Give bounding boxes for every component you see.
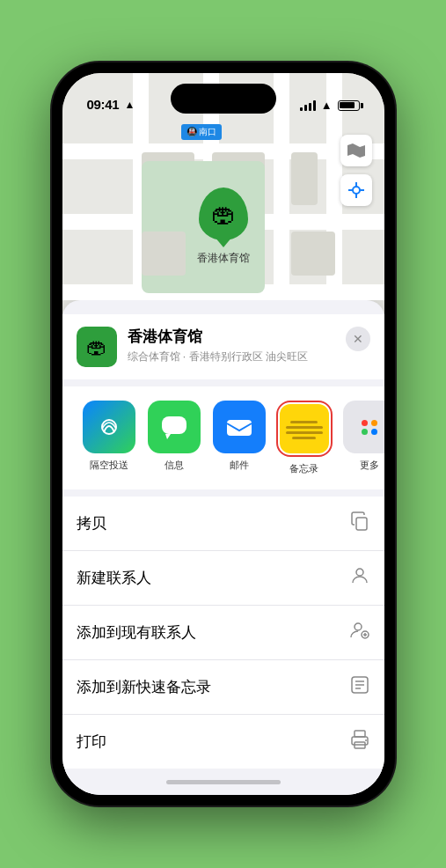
more-label: 更多 [360, 459, 379, 472]
venue-thumbnail: 🏟 [77, 327, 117, 367]
phone-screen: 09:41 ▲ ▲ [62, 73, 384, 795]
wifi-icon: ▲ [321, 99, 333, 112]
svg-rect-6 [162, 416, 186, 434]
action-add-existing[interactable]: 添加到现有联系人 [62, 606, 384, 660]
home-indicator [62, 769, 384, 795]
subway-icon: 🚇 [186, 127, 197, 136]
action-quick-note-label: 添加到新快速备忘录 [77, 677, 211, 697]
notes-line-4 [292, 437, 316, 439]
map-type-button[interactable] [340, 135, 372, 166]
phone-frame: 09:41 ▲ ▲ [52, 63, 395, 805]
action-print-label: 打印 [77, 732, 106, 752]
notes-icon [280, 404, 329, 453]
svg-point-0 [353, 187, 360, 194]
action-new-contact[interactable]: 新建联系人 [62, 551, 384, 606]
signal-bar-2 [304, 105, 307, 111]
status-icons: ▲ [300, 99, 360, 112]
mail-icon [213, 401, 266, 453]
share-item-airdrop[interactable]: 隔空投送 [77, 401, 142, 475]
action-new-contact-label: 新建联系人 [77, 568, 151, 588]
mail-label: 邮件 [230, 459, 249, 472]
signal-bar-3 [309, 103, 311, 111]
share-item-messages[interactable]: 信息 [142, 401, 207, 475]
svg-point-11 [355, 623, 362, 630]
dot-red [362, 420, 368, 426]
battery-icon [338, 100, 360, 111]
map-subway-label: 🚇 南口 [181, 124, 223, 140]
action-copy[interactable]: 拷贝 [62, 497, 384, 551]
share-item-more[interactable]: 更多 [337, 401, 384, 475]
person-icon [349, 565, 370, 591]
action-list: 拷贝 新建联系人 [62, 497, 384, 769]
share-row: 隔空投送 信息 [62, 386, 384, 489]
venue-title: 香港体育馆 [128, 327, 335, 347]
person-add-icon [349, 620, 370, 645]
dynamic-island [171, 84, 276, 114]
venue-description: 综合体育馆 · 香港特别行政区 油尖旺区 [128, 349, 335, 364]
notes-line-1 [290, 421, 318, 423]
action-copy-label: 拷贝 [77, 513, 106, 533]
more-icon [343, 401, 384, 453]
svg-point-22 [365, 739, 367, 741]
print-icon [349, 729, 370, 754]
marker-stadium-icon: 🏟 [211, 200, 236, 229]
messages-label: 信息 [165, 459, 184, 472]
svg-marker-7 [165, 434, 171, 439]
share-item-notes[interactable]: 备忘录 [272, 401, 337, 475]
notes-line-2 [286, 426, 323, 429]
action-add-quick-note[interactable]: 添加到新快速备忘录 [62, 660, 384, 715]
dot-green [362, 429, 368, 435]
more-dots-row-1 [362, 420, 377, 426]
marker-pin: 🏟 [199, 188, 248, 240]
airdrop-label: 隔空投送 [90, 459, 128, 472]
messages-icon [148, 401, 201, 453]
bottom-sheet: 🏟 香港体育馆 综合体育馆 · 香港特别行政区 油尖旺区 ✕ [62, 300, 384, 795]
more-dots-icon [362, 420, 377, 435]
svg-rect-9 [356, 518, 367, 530]
signal-bar-1 [300, 107, 303, 111]
location-button[interactable] [340, 174, 372, 206]
venue-info: 香港体育馆 综合体育馆 · 香港特别行政区 油尖旺区 [128, 327, 335, 364]
airdrop-icon [83, 401, 135, 453]
share-item-mail[interactable]: 邮件 [207, 401, 272, 475]
map-block-3 [142, 232, 186, 276]
action-print[interactable]: 打印 [62, 715, 384, 769]
signal-bars [300, 100, 316, 111]
battery-fill [340, 102, 355, 108]
close-button[interactable]: ✕ [346, 327, 370, 351]
dot-orange [371, 420, 377, 426]
svg-point-10 [356, 569, 363, 576]
venue-marker[interactable]: 🏟 香港体育馆 [197, 188, 250, 266]
location-icon: ▲ [124, 99, 135, 111]
home-bar [166, 780, 281, 784]
dot-blue [371, 429, 377, 435]
map-block-5 [291, 152, 318, 205]
notes-line-3 [286, 431, 323, 434]
action-add-existing-label: 添加到现有联系人 [77, 622, 196, 643]
svg-rect-8 [227, 420, 252, 436]
copy-icon [349, 511, 370, 536]
signal-bar-4 [313, 100, 316, 111]
marker-label: 香港体育馆 [197, 251, 250, 266]
venue-card: 🏟 香港体育馆 综合体育馆 · 香港特别行政区 油尖旺区 ✕ [62, 314, 384, 379]
more-dots-row-2 [362, 429, 377, 435]
notes-label: 备忘录 [289, 462, 318, 475]
note-icon [349, 674, 370, 700]
notes-selected-border [276, 401, 333, 457]
map-controls [340, 135, 372, 206]
status-time: 09:41 [87, 97, 120, 112]
map-block-4 [291, 232, 335, 276]
svg-rect-19 [355, 731, 365, 737]
